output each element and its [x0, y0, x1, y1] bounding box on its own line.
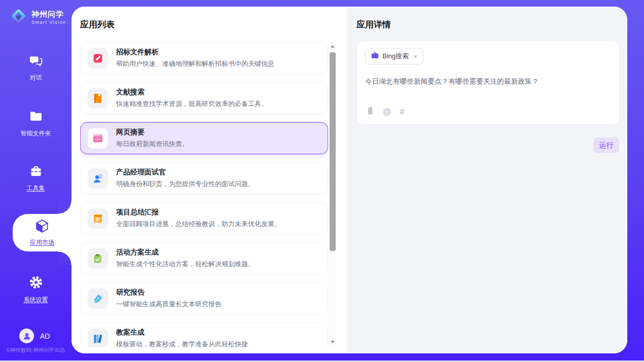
sidebar-item-chat[interactable]: 对话 — [0, 54, 71, 82]
sidebar-item-label: 系统设置 — [24, 296, 48, 304]
app-list: 招标文件解析 帮助用户快速、准确地理解和解析招标书中的关键信息 文献搜索 快速精… — [80, 42, 328, 347]
scrollbar-up-arrow[interactable] — [329, 42, 336, 50]
query-text[interactable]: 今日湖北有哪些新闻要点？有哪些需要关注的最新政策？ — [365, 77, 611, 86]
app-card-text: 文献搜索 快速精准查找学术资源，提高研究效率的必备工具。 — [116, 88, 268, 108]
brand-logo: 神州问学 Smart Vision — [9, 7, 66, 27]
user-account[interactable]: AD — [19, 329, 50, 343]
prompt-card[interactable]: Bing搜索 × 今日湖北有哪些新闻要点？有哪些需要关注的最新政策？ @ # — [356, 41, 620, 125]
folder-icon — [29, 110, 43, 126]
app-desc: 智能生成个性化活动方案，轻松解决规划难题。 — [116, 260, 255, 269]
sidebar-item-label: 对话 — [30, 74, 42, 82]
app-card-text: 教案生成 模板驱动，教案秒成，教学准备从此轻松快捷 — [116, 328, 248, 347]
app-card-literature-search[interactable]: 文献搜索 快速精准查找学术资源，提高研究效率的必备工具。 — [80, 82, 328, 114]
attachment-icon[interactable] — [366, 106, 374, 118]
main-content: 应用列表 招标文件解析 帮助用户快速、准确地理解和解析招标书中的关键信息 — [71, 7, 627, 353]
app-card-text: 产品经理面试官 明确身份和职责，为您提供专业性的面试问题。 — [116, 168, 255, 189]
clipboard-check-icon — [88, 248, 108, 269]
app-card-text: 网页摘要 每日政府新闻资讯快查。 — [116, 128, 189, 149]
diamond-logo-icon — [9, 7, 28, 27]
sidebar-item-label: 智能文件夹 — [21, 129, 51, 138]
gear-icon — [28, 275, 44, 292]
sidebar-item-label: 工具集 — [27, 184, 45, 193]
app-card-bid-analysis[interactable]: 招标文件解析 帮助用户快速、准确地理解和解析招标书中的关键信息 — [80, 42, 328, 74]
list-scrollbar[interactable] — [329, 42, 336, 346]
user-initials: AD — [40, 332, 50, 340]
sidebar: 神州问学 Smart Vision 对话 智能文件夹 — [0, 0, 71, 362]
document-edit-icon — [88, 48, 108, 68]
chat-icon — [29, 54, 43, 70]
app-desc: 明确身份和职责，为您提供专业性的面试问题。 — [116, 179, 255, 189]
brand-subtitle: Smart Vision — [31, 20, 66, 25]
app-list-title: 应用列表 — [80, 19, 115, 30]
app-detail-panel: 应用详情 Bing搜索 × 今日湖北有哪些新闻要点？有哪些需要关注的最新政策？ — [346, 7, 627, 353]
sidebar-item-smart-folder[interactable]: 智能文件夹 — [0, 110, 71, 138]
app-card-text: 研究报告 一键智能生成高质量长文本研究报告 — [116, 288, 222, 309]
app-name: 文献搜索 — [116, 88, 268, 97]
books-icon — [88, 329, 108, 348]
app-card-web-summary[interactable]: </> 网页摘要 每日政府新闻资讯快查。 — [80, 122, 328, 154]
mention-icon[interactable]: @ — [383, 107, 391, 117]
tag-close-icon[interactable]: × — [413, 53, 417, 60]
cube-icon — [34, 219, 50, 236]
brand-name: 神州问学 — [31, 10, 66, 19]
app-card-project-summary[interactable]: 项目总结汇报 全面回顾项目进展，总结经验教训，助力未来优化发展。 — [80, 202, 328, 234]
app-desc: 帮助用户快速、准确地理解和解析招标书中的关键信息 — [116, 59, 274, 68]
app-card-lesson-plan[interactable]: 教案生成 模板驱动，教案秒成，教学准备从此轻松快捷 — [80, 322, 328, 347]
interviewer-icon — [88, 168, 108, 189]
app-card-text: 活动方案生成 智能生成个性化活动方案，轻松解决规划难题。 — [116, 248, 255, 269]
tool-tag-label: Bing搜索 — [382, 52, 409, 61]
svg-text:</>: </> — [95, 137, 101, 141]
app-list-panel: 应用列表 招标文件解析 帮助用户快速、准确地理解和解析招标书中的关键信息 — [71, 7, 346, 353]
app-desc: 一键智能生成高质量长文本研究报告 — [116, 300, 222, 309]
app-name: 招标文件解析 — [116, 48, 274, 57]
app-card-text: 项目总结汇报 全面回顾项目进展，总结经验教训，助力未来优化发展。 — [116, 208, 281, 229]
scrollbar-thumb[interactable] — [330, 52, 336, 251]
app-name: 活动方案生成 — [116, 248, 255, 257]
sidebar-item-toolset[interactable]: 工具集 — [0, 164, 71, 193]
brand-text: 神州问学 Smart Vision — [31, 10, 66, 25]
briefcase-icon — [371, 52, 379, 61]
app-name: 项目总结汇报 — [116, 208, 281, 217]
run-button[interactable]: 运行 — [593, 137, 619, 153]
scrollbar-down-arrow[interactable] — [329, 338, 336, 346]
app-card-event-plan[interactable]: 活动方案生成 智能生成个性化活动方案，轻松解决规划难题。 — [80, 242, 328, 274]
sidebar-item-label: 应用市场 — [30, 238, 54, 247]
app-desc: 每日政府新闻资讯快查。 — [116, 139, 189, 149]
app-name: 产品经理面试官 — [116, 168, 255, 177]
app-card-pm-interviewer[interactable]: 产品经理面试官 明确身份和职责，为您提供专业性的面试问题。 — [80, 162, 328, 194]
app-name: 网页摘要 — [116, 128, 189, 137]
sidebar-item-settings[interactable]: 系统设置 — [0, 275, 71, 304]
research-pen-icon — [88, 288, 108, 309]
tool-tag-bing-search[interactable]: Bing搜索 × — [365, 48, 423, 64]
web-code-icon: </> — [88, 128, 108, 149]
hash-icon[interactable]: # — [400, 107, 404, 117]
app-desc: 模板驱动，教案秒成，教学准备从此轻松快捷 — [116, 340, 248, 347]
sidebar-item-app-market[interactable]: 应用市场 — [13, 214, 71, 251]
app-card-research-report[interactable]: 研究报告 一键智能生成高质量长文本研究报告 — [80, 282, 328, 314]
app-name: 教案生成 — [116, 328, 248, 337]
app-desc: 全面回顾项目进展，总结经验教训，助力未来优化发展。 — [116, 220, 281, 229]
copyright-text: ©神州数码·神州问学出品 — [0, 347, 71, 354]
app-desc: 快速精准查找学术资源，提高研究效率的必备工具。 — [116, 99, 268, 108]
composer-toolbar: @ # — [366, 106, 404, 118]
app-detail-title: 应用详情 — [356, 19, 391, 30]
summary-note-icon — [88, 208, 108, 229]
app-name: 研究报告 — [116, 288, 222, 297]
book-icon — [88, 88, 108, 108]
toolbox-icon — [29, 164, 43, 180]
app-card-text: 招标文件解析 帮助用户快速、准确地理解和解析招标书中的关键信息 — [116, 48, 274, 68]
avatar — [19, 329, 34, 343]
